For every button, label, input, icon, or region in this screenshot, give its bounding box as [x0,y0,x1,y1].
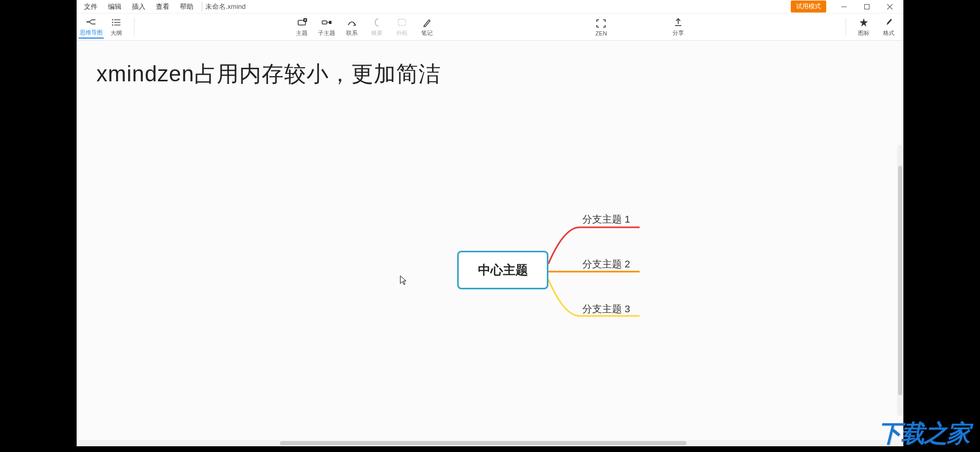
note-icon [423,17,431,28]
svg-rect-22 [398,19,406,26]
view-mindmap-label: 思维导图 [80,29,103,36]
relation-label: 联系 [346,29,358,37]
format-label: 格式 [883,29,895,37]
branch-topic-3[interactable]: 分支主题 3 [582,302,630,316]
note-button[interactable]: 笔记 [414,16,439,38]
menu-insert[interactable]: 插入 [127,0,151,14]
canvas-headline: xmindzen占用内存较小，更加简洁 [96,59,441,89]
subtopic-label: 子主题 [318,29,335,37]
branch-topic-2[interactable]: 分支主题 2 [582,258,630,271]
topic-label: 主题 [296,29,308,37]
menu-file[interactable]: 文件 [79,0,103,14]
view-outline-label: 大纲 [111,29,122,37]
titlebar: 文件 编辑 插入 查看 帮助 未命名.xmind 试用模式 [77,0,903,14]
svg-point-9 [112,19,114,21]
svg-line-5 [89,20,92,22]
vertical-scrollbar-thumb[interactable] [898,166,902,395]
note-label: 笔记 [421,29,433,37]
svg-marker-25 [860,18,868,27]
svg-rect-21 [329,21,332,24]
mindmap-canvas[interactable]: xmindzen占用内存较小，更加简洁 中心主题 分支主题 1 分支主题 2 分… [77,41,903,446]
outline-view-icon [112,17,121,28]
close-button[interactable] [878,1,901,13]
relation-button[interactable]: 联系 [339,16,364,38]
star-icon [859,17,868,28]
svg-line-6 [89,22,92,24]
menu-edit[interactable]: 编辑 [103,0,127,14]
svg-rect-1 [865,4,869,9]
icons-label: 图标 [858,29,869,37]
toolbar-separator [134,18,134,36]
svg-point-11 [112,22,114,23]
format-button[interactable]: 格式 [876,16,901,38]
subtopic-icon [322,17,332,28]
menu-view[interactable]: 查看 [151,0,175,14]
share-button[interactable]: 分享 [666,16,691,38]
summary-icon [373,17,381,28]
share-icon [674,17,682,28]
zen-icon [596,18,606,29]
svg-point-13 [112,25,114,26]
mouse-cursor-icon [400,275,407,288]
maximize-button[interactable] [855,1,878,13]
topic-button[interactable]: 主题 [289,16,314,38]
summary-button: 概要 [364,16,389,38]
minimize-button[interactable] [832,1,855,13]
branch-topic-1[interactable]: 分支主题 1 [582,213,630,226]
menu-bar: 文件 编辑 插入 查看 帮助 [79,0,199,14]
horizontal-scrollbar[interactable] [77,440,903,446]
icons-button[interactable]: 图标 [851,16,876,38]
menu-help[interactable]: 帮助 [175,0,199,14]
relation-icon [347,17,357,28]
watermark-logo: 下载之家 [878,418,970,450]
subtopic-button[interactable]: 子主题 [314,16,339,38]
mindmap-view-icon [86,16,96,28]
window-controls [832,1,901,13]
share-label: 分享 [672,29,684,37]
view-outline-button[interactable]: 大纲 [104,16,129,38]
horizontal-scrollbar-thumb[interactable] [280,441,687,445]
view-mindmap-button[interactable]: 思维导图 [79,15,104,39]
svg-rect-19 [322,21,327,24]
zen-button[interactable]: ZEN [589,17,614,38]
svg-rect-4 [87,21,89,22]
boundary-label: 外框 [396,29,408,37]
vertical-scrollbar[interactable] [897,145,903,416]
document-title: 未命名.xmind [202,2,246,11]
topic-icon [297,17,307,28]
brush-icon [885,17,893,28]
summary-label: 概要 [371,29,383,37]
toolbar: 思维导图 大纲 主题 子主题 [77,14,903,41]
trial-mode-badge[interactable]: 试用模式 [791,1,826,13]
boundary-icon [397,17,407,28]
app-window: 文件 编辑 插入 查看 帮助 未命名.xmind 试用模式 [77,0,903,446]
boundary-button: 外框 [389,16,414,38]
center-topic-node[interactable]: 中心主题 [457,251,548,289]
toolbar-separator [846,18,846,36]
zen-label: ZEN [595,30,607,36]
